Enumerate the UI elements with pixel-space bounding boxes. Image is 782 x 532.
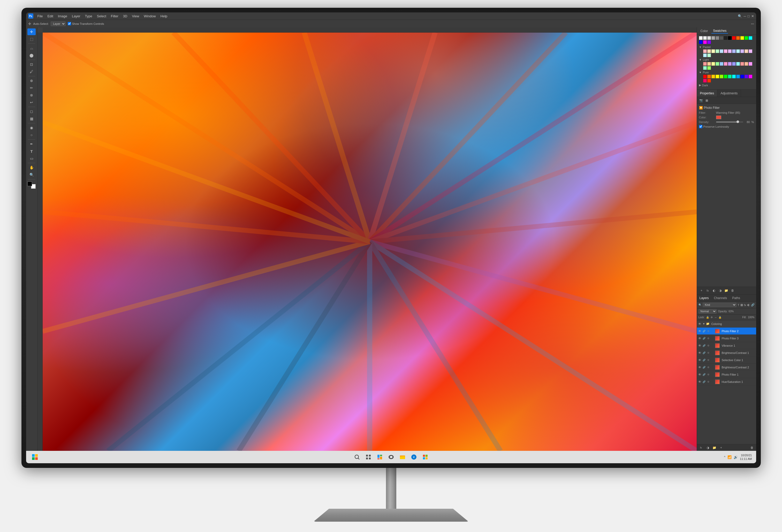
- swatch-cell[interactable]: [724, 36, 727, 40]
- light-group-header[interactable]: ▼ Light: [699, 58, 754, 61]
- kind-dropdown[interactable]: Kind: [703, 303, 737, 307]
- close-icon[interactable]: ✕: [751, 14, 754, 18]
- swatch-cell[interactable]: [707, 40, 711, 44]
- blur-tool[interactable]: ◉: [27, 125, 36, 131]
- layer-link-1[interactable]: 🔗: [703, 329, 706, 333]
- swatch-cell[interactable]: [720, 36, 723, 40]
- tool-colors[interactable]: [27, 181, 36, 189]
- swatch-cell[interactable]: [728, 62, 732, 66]
- swatch-cell[interactable]: [703, 54, 707, 57]
- swatch-cell[interactable]: [707, 54, 711, 57]
- layer-link-5[interactable]: 🔗: [703, 359, 706, 362]
- spot-heal-tool[interactable]: ⊕: [27, 77, 36, 84]
- tab-properties[interactable]: Properties: [697, 90, 718, 97]
- layer-link-6[interactable]: 🔗: [703, 366, 706, 369]
- lock-icon2[interactable]: ✛: [711, 316, 713, 319]
- layer-eye-7[interactable]: 👁: [698, 373, 702, 377]
- menu-help[interactable]: Help: [158, 14, 170, 19]
- volume-icon[interactable]: 🔊: [734, 455, 738, 459]
- task-view-btn[interactable]: [364, 452, 373, 462]
- props-icon-camera[interactable]: 📷: [699, 98, 704, 103]
- swatch-cell[interactable]: [736, 75, 740, 78]
- menu-select[interactable]: Select: [95, 14, 108, 19]
- tab-adjustments[interactable]: Adjustments: [717, 90, 741, 97]
- swatch-cell[interactable]: [716, 75, 719, 78]
- filter-icon3[interactable]: fx: [744, 304, 746, 307]
- dark-group-header[interactable]: ▶ Dark: [699, 83, 754, 87]
- auto-select-dropdown[interactable]: Layer: [51, 22, 66, 26]
- swatch-cell[interactable]: [745, 49, 748, 53]
- eraser-tool[interactable]: ◻: [27, 108, 36, 115]
- gradient-tool[interactable]: ▦: [27, 115, 36, 122]
- crop-tool[interactable]: ⊡: [27, 61, 36, 68]
- menu-window[interactable]: Window: [142, 14, 158, 19]
- fg-color[interactable]: [27, 181, 32, 186]
- layer-link-btn[interactable]: fx: [699, 445, 704, 450]
- clone-stamp-tool[interactable]: ⊗: [27, 92, 36, 99]
- edge-browser-btn[interactable]: e: [409, 452, 419, 462]
- search-icon[interactable]: 🔍: [738, 14, 742, 18]
- widgets-btn[interactable]: [375, 452, 384, 462]
- swatch-cell[interactable]: [703, 49, 707, 53]
- swatch-cell[interactable]: [711, 62, 715, 66]
- group-arrow-0[interactable]: ▼: [703, 322, 705, 325]
- maximize-icon[interactable]: □: [748, 14, 750, 18]
- swatch-cell[interactable]: [728, 49, 732, 53]
- swatch-cell[interactable]: [711, 75, 715, 78]
- mask-icon[interactable]: ◐: [711, 288, 717, 293]
- menu-3d[interactable]: 3D: [121, 14, 130, 19]
- layer-settings-7[interactable]: ⚙: [707, 373, 710, 376]
- swatch-cell[interactable]: [728, 36, 732, 40]
- swatch-cell[interactable]: [736, 36, 740, 40]
- search-taskbar-btn[interactable]: [352, 452, 362, 462]
- layer-item[interactable]: 👁 🔗 ⚙ Photo Filter 2: [697, 327, 756, 335]
- file-explorer-btn[interactable]: [398, 452, 407, 462]
- swatch-cell[interactable]: [703, 75, 707, 78]
- zoom-tool[interactable]: 🔍: [27, 171, 36, 178]
- menu-type[interactable]: Type: [83, 14, 94, 19]
- props-icon-layer[interactable]: ▦: [704, 98, 709, 103]
- layer-eye-6[interactable]: 👁: [698, 365, 702, 369]
- system-tray-caret[interactable]: ^: [724, 456, 725, 459]
- layer-link-7[interactable]: 🔗: [703, 373, 706, 376]
- layer-eye-3[interactable]: 👁: [698, 344, 702, 347]
- menu-file[interactable]: File: [35, 14, 45, 19]
- layer-settings-6[interactable]: ⚙: [707, 366, 710, 369]
- layer-link-3[interactable]: 🔗: [703, 344, 706, 347]
- fx-icon[interactable]: fx: [705, 288, 710, 293]
- swatch-cell[interactable]: [707, 36, 711, 40]
- filter-icon5[interactable]: 🔗: [751, 303, 755, 307]
- text-tool[interactable]: T: [27, 148, 36, 154]
- folder-icon[interactable]: 📁: [724, 288, 729, 293]
- lock-icon3[interactable]: ↔: [714, 316, 717, 319]
- swatch-cell[interactable]: [707, 62, 711, 66]
- swatch-cell[interactable]: [749, 62, 752, 66]
- swatch-cell[interactable]: [707, 49, 711, 53]
- layer-item[interactable]: 👁 🔗 ⚙ Photo Filter 1: [697, 371, 756, 378]
- hand-tool[interactable]: ✋: [27, 164, 36, 171]
- layer-item[interactable]: 👁 ▼ 📁 Coloring: [697, 320, 756, 327]
- swatch-cell[interactable]: [728, 75, 732, 78]
- menu-layer[interactable]: Layer: [70, 14, 82, 19]
- tab-color[interactable]: Color: [699, 29, 710, 33]
- swatch-cell[interactable]: [720, 75, 723, 78]
- preserve-checkbox[interactable]: [699, 125, 702, 128]
- tab-swatches[interactable]: Swatches: [711, 29, 728, 34]
- density-slider[interactable]: [716, 121, 743, 122]
- color-swatch-preview[interactable]: [716, 115, 721, 119]
- swatch-cell[interactable]: [724, 75, 727, 78]
- history-brush-tool[interactable]: ↩: [27, 99, 36, 106]
- layer-settings-4[interactable]: ⚙: [707, 351, 710, 354]
- swatch-cell[interactable]: [707, 79, 711, 82]
- swatch-cell[interactable]: [745, 62, 748, 66]
- delete-btn[interactable]: 🗑: [749, 445, 755, 450]
- selection-tool[interactable]: ⬚: [27, 36, 36, 42]
- shape-tool[interactable]: ▭: [27, 155, 36, 162]
- brush-tool[interactable]: ✏: [27, 84, 36, 91]
- layer-eye-0[interactable]: 👁: [698, 322, 702, 326]
- swatch-cell[interactable]: [711, 36, 715, 40]
- layer-item[interactable]: 👁 🔗 ⚙ Brightness/Contrast 2: [697, 364, 756, 371]
- swatch-cell[interactable]: [699, 40, 703, 44]
- layer-eye-8[interactable]: 👁: [698, 380, 702, 384]
- swatch-cell[interactable]: [732, 75, 736, 78]
